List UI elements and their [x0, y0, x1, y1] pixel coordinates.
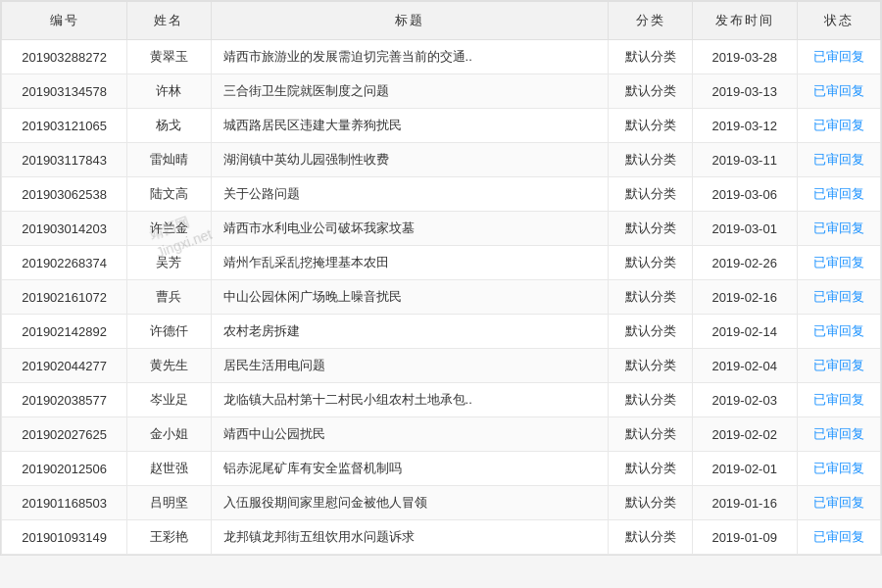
- cell-name: 雷灿晴: [127, 143, 211, 177]
- cell-status[interactable]: 已审回复: [797, 246, 880, 280]
- cell-name: 黄翠玉: [127, 40, 211, 74]
- cell-title: 关于公路问题: [211, 177, 609, 212]
- cell-title: 湖润镇中英幼儿园强制性收费: [211, 143, 609, 177]
- cell-name: 杨戈: [127, 109, 211, 143]
- cell-id: 201901093149: [2, 520, 127, 555]
- col-header-category: 分类: [609, 2, 692, 40]
- table-row[interactable]: 201901168503吕明坚入伍服役期间家里慰问金被他人冒领默认分类2019-…: [2, 486, 881, 520]
- table-row[interactable]: 201902027625金小姐靖西中山公园扰民默认分类2019-02-02已审回…: [2, 417, 881, 452]
- cell-name: 许德仟: [127, 315, 211, 349]
- cell-id: 201902038577: [2, 383, 127, 417]
- cell-name: 许兰金: [127, 212, 211, 246]
- cell-id: 201903288272: [2, 40, 127, 74]
- cell-status[interactable]: 已审回复: [797, 212, 880, 246]
- cell-title: 靖西市水利电业公司破坏我家坟墓: [211, 212, 609, 246]
- cell-date: 2019-02-26: [692, 246, 797, 280]
- cell-title: 城西路居民区违建大量养狗扰民: [211, 109, 609, 143]
- cell-category: 默认分类: [609, 520, 692, 555]
- cell-status[interactable]: 已审回复: [797, 40, 880, 74]
- cell-date: 2019-02-02: [692, 417, 797, 452]
- cell-status[interactable]: 已审回复: [797, 417, 880, 452]
- cell-status[interactable]: 已审回复: [797, 452, 880, 486]
- cell-date: 2019-03-01: [692, 212, 797, 246]
- col-header-title: 标题: [211, 2, 609, 40]
- col-header-id: 编号: [2, 2, 127, 40]
- cell-id: 201903062538: [2, 177, 127, 212]
- cell-category: 默认分类: [609, 143, 692, 177]
- cell-title: 入伍服役期间家里慰问金被他人冒领: [211, 486, 609, 520]
- cell-status[interactable]: 已审回复: [797, 349, 880, 383]
- table-row[interactable]: 201902268374吴芳靖州乍乱采乱挖掩埋基本农田默认分类2019-02-2…: [2, 246, 881, 280]
- table-body: 201903288272黄翠玉靖西市旅游业的发展需迫切完善当前的交通..默认分类…: [2, 40, 881, 555]
- cell-status[interactable]: 已审回复: [797, 74, 880, 109]
- table-row[interactable]: 201903134578许林三合街卫生院就医制度之问题默认分类2019-03-1…: [2, 74, 881, 109]
- data-table: 编号 姓名 标题 分类 发布时间 状态 201903288272黄翠玉靖西市旅游…: [1, 1, 881, 555]
- table-row[interactable]: 201902012506赵世强铝赤泥尾矿库有安全监督机制吗默认分类2019-02…: [2, 452, 881, 486]
- table-row[interactable]: 201901093149王彩艳龙邦镇龙邦街五组饮用水问题诉求默认分类2019-0…: [2, 520, 881, 555]
- cell-id: 201903014203: [2, 212, 127, 246]
- cell-name: 吴芳: [127, 246, 211, 280]
- cell-date: 2019-01-09: [692, 520, 797, 555]
- cell-category: 默认分类: [609, 349, 692, 383]
- table-row[interactable]: 201903014203许兰金靖西市水利电业公司破坏我家坟墓默认分类2019-0…: [2, 212, 881, 246]
- cell-category: 默认分类: [609, 109, 692, 143]
- table-row[interactable]: 201903121065杨戈城西路居民区违建大量养狗扰民默认分类2019-03-…: [2, 109, 881, 143]
- cell-category: 默认分类: [609, 212, 692, 246]
- cell-id: 201902044277: [2, 349, 127, 383]
- cell-id: 201901168503: [2, 486, 127, 520]
- cell-name: 王彩艳: [127, 520, 211, 555]
- cell-id: 201903117843: [2, 143, 127, 177]
- table-row[interactable]: 201902142892许德仟农村老房拆建默认分类2019-02-14已审回复: [2, 315, 881, 349]
- cell-title: 中山公园休闲广场晚上噪音扰民: [211, 280, 609, 315]
- cell-title: 铝赤泥尾矿库有安全监督机制吗: [211, 452, 609, 486]
- cell-name: 岑业足: [127, 383, 211, 417]
- cell-status[interactable]: 已审回复: [797, 280, 880, 315]
- cell-title: 农村老房拆建: [211, 315, 609, 349]
- col-header-status: 状态: [797, 2, 880, 40]
- main-table-container: 编号 姓名 标题 分类 发布时间 状态 201903288272黄翠玉靖西市旅游…: [0, 0, 882, 556]
- cell-status[interactable]: 已审回复: [797, 143, 880, 177]
- cell-status[interactable]: 已审回复: [797, 486, 880, 520]
- cell-title: 龙邦镇龙邦街五组饮用水问题诉求: [211, 520, 609, 555]
- cell-name: 金小姐: [127, 417, 211, 452]
- table-row[interactable]: 201903288272黄翠玉靖西市旅游业的发展需迫切完善当前的交通..默认分类…: [2, 40, 881, 74]
- cell-title: 靖西中山公园扰民: [211, 417, 609, 452]
- table-row[interactable]: 201902161072曹兵中山公园休闲广场晚上噪音扰民默认分类2019-02-…: [2, 280, 881, 315]
- cell-category: 默认分类: [609, 246, 692, 280]
- col-header-date: 发布时间: [692, 2, 797, 40]
- cell-date: 2019-01-16: [692, 486, 797, 520]
- cell-id: 201902142892: [2, 315, 127, 349]
- cell-id: 201903121065: [2, 109, 127, 143]
- cell-date: 2019-03-11: [692, 143, 797, 177]
- cell-status[interactable]: 已审回复: [797, 383, 880, 417]
- cell-date: 2019-02-16: [692, 280, 797, 315]
- table-row[interactable]: 201903062538陆文高关于公路问题默认分类2019-03-06已审回复: [2, 177, 881, 212]
- cell-status[interactable]: 已审回复: [797, 315, 880, 349]
- cell-category: 默认分类: [609, 452, 692, 486]
- table-row[interactable]: 201902038577岑业足龙临镇大品村第十二村民小组农村土地承包..默认分类…: [2, 383, 881, 417]
- cell-id: 201902012506: [2, 452, 127, 486]
- cell-date: 2019-03-12: [692, 109, 797, 143]
- cell-category: 默认分类: [609, 315, 692, 349]
- cell-name: 吕明坚: [127, 486, 211, 520]
- col-header-name: 姓名: [127, 2, 211, 40]
- cell-date: 2019-02-04: [692, 349, 797, 383]
- cell-status[interactable]: 已审回复: [797, 520, 880, 555]
- cell-id: 201902027625: [2, 417, 127, 452]
- cell-title: 靖州乍乱采乱挖掩埋基本农田: [211, 246, 609, 280]
- cell-title: 三合街卫生院就医制度之问题: [211, 74, 609, 109]
- cell-title: 靖西市旅游业的发展需迫切完善当前的交通..: [211, 40, 609, 74]
- cell-name: 黄先生: [127, 349, 211, 383]
- cell-status[interactable]: 已审回复: [797, 109, 880, 143]
- cell-name: 曹兵: [127, 280, 211, 315]
- table-row[interactable]: 201903117843雷灿晴湖润镇中英幼儿园强制性收费默认分类2019-03-…: [2, 143, 881, 177]
- cell-date: 2019-03-13: [692, 74, 797, 109]
- cell-date: 2019-03-06: [692, 177, 797, 212]
- cell-id: 201902161072: [2, 280, 127, 315]
- cell-status[interactable]: 已审回复: [797, 177, 880, 212]
- cell-title: 居民生活用电问题: [211, 349, 609, 383]
- cell-category: 默认分类: [609, 74, 692, 109]
- cell-category: 默认分类: [609, 383, 692, 417]
- cell-category: 默认分类: [609, 417, 692, 452]
- table-row[interactable]: 201902044277黄先生居民生活用电问题默认分类2019-02-04已审回…: [2, 349, 881, 383]
